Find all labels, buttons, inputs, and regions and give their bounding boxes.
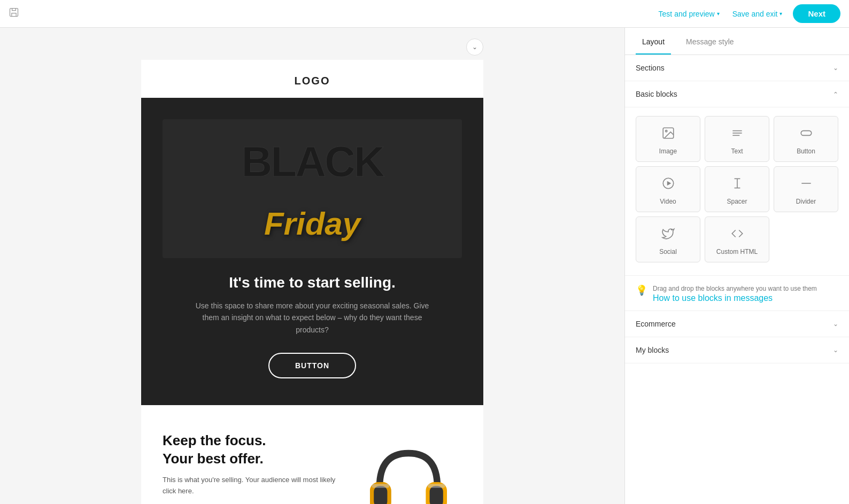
svg-rect-0 [10, 9, 18, 17]
basic-blocks-header[interactable]: Basic blocks ⌄ [625, 81, 849, 107]
text-block-label: Text [731, 148, 743, 155]
video-block-label: Video [660, 198, 676, 205]
text-block-icon [730, 126, 744, 143]
save-draft-icon[interactable] [9, 7, 19, 20]
hero-friday-text: Friday [173, 205, 451, 242]
my-blocks-accordion[interactable]: My blocks ⌄ [625, 337, 849, 363]
hero-section: BLACK Friday It's time to start selling.… [141, 98, 483, 405]
blocks-section: Image Text [625, 107, 849, 276]
social-block-label: Social [659, 248, 677, 255]
hero-button[interactable]: BUTTON [268, 353, 356, 378]
ecommerce-chevron-icon: ⌄ [833, 320, 838, 328]
blocks-grid: Image Text [636, 116, 838, 262]
save-exit-button[interactable]: Save and exit ▾ [732, 10, 783, 18]
email-container: LOGO BLACK Friday It's time to start [141, 60, 483, 504]
topbar: Test and preview ▾ Save and exit ▾ Next [0, 0, 849, 28]
test-preview-button[interactable]: Test and preview ▾ [659, 10, 720, 18]
block-button[interactable]: Button [774, 116, 838, 162]
social-block-icon [661, 227, 675, 244]
hero-headline: It's time to start selling. [163, 274, 462, 291]
logo-section: LOGO [141, 60, 483, 98]
divider-block-label: Divider [796, 198, 816, 205]
my-blocks-chevron-icon: ⌄ [833, 346, 838, 354]
canvas-area: ⌄ LOGO BLACK Friday [0, 28, 624, 504]
ecommerce-accordion[interactable]: Ecommerce ⌄ [625, 311, 849, 337]
drag-hint: 💡 Drag and drop the blocks anywhere you … [625, 276, 849, 311]
sections-accordion[interactable]: Sections ⌄ [625, 55, 849, 81]
block-custom-html[interactable]: Custom HTML [705, 216, 769, 262]
svg-rect-3 [374, 486, 387, 504]
svg-marker-17 [667, 181, 671, 186]
button-block-label: Button [797, 148, 815, 155]
block-spacer[interactable]: Spacer [705, 166, 769, 212]
product-headline: Keep the focus. Your best offer. [163, 432, 344, 468]
product-section: Keep the focus. Your best offer. This is… [141, 405, 483, 504]
panel-tabs: Layout Message style [625, 28, 849, 55]
right-panel: Layout Message style Sections ⌄ Basic bl… [624, 28, 849, 504]
tab-layout[interactable]: Layout [636, 28, 671, 55]
block-divider[interactable]: Divider [774, 166, 838, 212]
svg-rect-5 [430, 486, 443, 504]
drag-hint-link[interactable]: How to use blocks in messages [653, 293, 773, 303]
hero-black-text: BLACK [173, 141, 451, 183]
spacer-block-label: Spacer [727, 198, 747, 205]
hero-subtext: Use this space to share more about your … [189, 300, 435, 336]
hero-image-area: BLACK Friday [163, 119, 462, 258]
basic-blocks-chevron-icon: ⌄ [833, 90, 838, 98]
video-block-icon [661, 176, 675, 193]
drag-hint-text: Drag and drop the blocks anywhere you wa… [653, 285, 817, 292]
block-video[interactable]: Video [636, 166, 700, 212]
ecommerce-label: Ecommerce [636, 320, 676, 328]
headphones-image [360, 434, 457, 504]
basic-blocks-label: Basic blocks [636, 90, 677, 98]
svg-rect-7 [428, 484, 445, 488]
main-layout: ⌄ LOGO BLACK Friday [0, 28, 849, 504]
button-block-icon [799, 126, 813, 143]
sections-label: Sections [636, 64, 665, 72]
svg-point-22 [670, 229, 672, 230]
block-social[interactable]: Social [636, 216, 700, 262]
logo-text: LOGO [295, 75, 330, 87]
product-description: This is what you're selling. Your audien… [163, 475, 344, 497]
test-preview-arrow-icon: ▾ [717, 11, 720, 17]
product-text: Keep the focus. Your best offer. This is… [163, 432, 344, 504]
image-block-icon [661, 126, 675, 143]
divider-block-icon [799, 176, 813, 193]
tab-message-style[interactable]: Message style [680, 28, 740, 55]
svg-point-11 [665, 130, 667, 132]
svg-rect-6 [372, 484, 389, 488]
html-block-icon [730, 227, 744, 244]
image-block-label: Image [659, 148, 677, 155]
block-image[interactable]: Image [636, 116, 700, 162]
spacer-block-icon [730, 176, 744, 193]
save-exit-arrow-icon: ▾ [779, 11, 782, 17]
my-blocks-label: My blocks [636, 346, 669, 354]
block-text[interactable]: Text [705, 116, 769, 162]
collapse-button[interactable]: ⌄ [466, 38, 483, 56]
product-image-area [355, 434, 462, 504]
svg-rect-15 [801, 131, 812, 136]
next-button[interactable]: Next [793, 4, 840, 23]
sections-chevron-icon: ⌄ [833, 64, 838, 72]
lightbulb-icon: 💡 [636, 284, 647, 296]
html-block-label: Custom HTML [716, 248, 758, 255]
